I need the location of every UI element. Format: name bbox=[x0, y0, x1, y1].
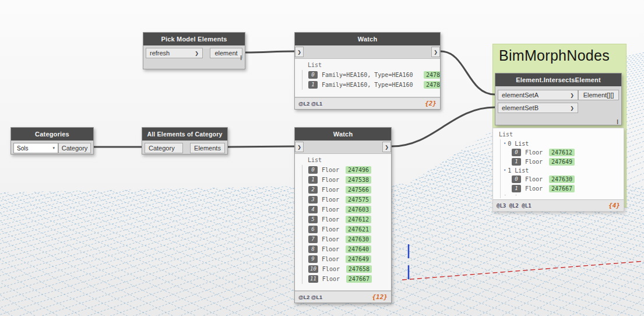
dropdown-value: Sols bbox=[17, 145, 28, 152]
row-text: Floor bbox=[525, 149, 545, 156]
index-badge: 7 bbox=[308, 236, 318, 243]
item-count: {2} bbox=[425, 100, 437, 107]
categories-dropdown[interactable]: Sols ▾ bbox=[13, 143, 58, 153]
row-text: Floor bbox=[322, 167, 342, 173]
collapse-triangle-icon[interactable]: ▾ bbox=[504, 141, 506, 146]
node-header[interactable]: Categories bbox=[11, 128, 93, 141]
input-port[interactable]: elementSetA ❯ bbox=[498, 90, 578, 100]
output-label: element bbox=[214, 50, 237, 57]
input-label: Category bbox=[149, 145, 175, 152]
row-text: Floor bbox=[322, 256, 342, 262]
element-id-badge: 2478 bbox=[424, 71, 440, 79]
output-port[interactable]: ❯ bbox=[382, 142, 391, 152]
item-count: {4} bbox=[608, 202, 620, 209]
watch-footer: @L2 @L1 {12} bbox=[295, 291, 391, 303]
collapse-triangle-icon[interactable]: ▾ bbox=[504, 168, 506, 173]
port-arrow-icon: ❯ bbox=[570, 106, 574, 111]
index-badge: 9 bbox=[308, 255, 318, 263]
node-watch-top[interactable]: Watch ❯ ❯ List 0 Family=HEA160, Type=HEA… bbox=[294, 32, 441, 110]
watch-row: 7 Floor 247630 bbox=[308, 234, 391, 244]
node-pick-model-elements[interactable]: Pick Model Elements refresh ❯ element ❙ bbox=[143, 32, 245, 69]
input-label: elementSetB bbox=[502, 104, 539, 111]
watch-row: 11 Floor 247667 bbox=[308, 274, 391, 284]
refresh-button[interactable]: refresh ❯ bbox=[146, 48, 203, 58]
element-id-badge: 2478 bbox=[424, 81, 440, 89]
row-text: Floor bbox=[322, 246, 342, 252]
category-input-port[interactable]: Category bbox=[145, 143, 183, 153]
row-text: Floor bbox=[322, 226, 342, 233]
tree-group-toggle[interactable]: ▾ 0 List bbox=[504, 139, 621, 148]
node-watch-bottom[interactable]: Watch ❯ ❯ List 0 Floor 247496 1 Floor bbox=[294, 127, 392, 303]
element-id-badge: 247603 bbox=[346, 206, 371, 213]
row-text: Floor bbox=[322, 266, 342, 272]
node-header[interactable]: Pick Model Elements bbox=[143, 33, 245, 45]
intersects-output-preview[interactable]: List ▾ 0 List 0 Floor 247612 bbox=[492, 128, 624, 212]
element-array-output-port[interactable]: Element[][] bbox=[578, 90, 619, 100]
dynamo-canvas[interactable]: BimMorphNodes Pick Model Elements refres… bbox=[0, 0, 644, 316]
list-label: List bbox=[499, 131, 621, 138]
node-header[interactable]: Watch bbox=[295, 128, 391, 141]
refresh-label: refresh bbox=[150, 50, 170, 57]
index-badge: 0 bbox=[308, 71, 318, 79]
row-text: Floor bbox=[322, 206, 342, 213]
element-id-badge: 247612 bbox=[346, 216, 371, 223]
node-header[interactable]: Watch bbox=[295, 33, 440, 45]
watch-row: 0 Family=HEA160, Type=HEA160 2478 bbox=[308, 70, 440, 80]
input-port[interactable]: elementSetB ❯ bbox=[498, 103, 578, 113]
watch-row: 4 Floor 247603 bbox=[308, 205, 391, 215]
index-badge: 1 bbox=[512, 185, 521, 192]
row-text: Floor bbox=[525, 185, 545, 192]
tree-group-1: ▾ 1 List 0 Floor 247630 bbox=[504, 166, 621, 193]
index-badge: 6 bbox=[308, 226, 318, 233]
elements-output-port[interactable]: Elements bbox=[190, 143, 225, 153]
element-id-badge: 247640 bbox=[346, 245, 371, 253]
preview-tree: ▾ 0 List 0 Floor 247612 bbox=[500, 139, 621, 198]
group-label: 1 List bbox=[508, 167, 529, 174]
tree-group-toggle[interactable]: ▾ 1 List bbox=[504, 166, 621, 174]
element-id-badge: 247538 bbox=[346, 176, 371, 184]
element-id-badge: 247667 bbox=[346, 275, 372, 283]
preview-row: 0 Floor 247612 bbox=[512, 148, 621, 157]
node-header[interactable]: All Elements of Category bbox=[142, 128, 227, 141]
input-port[interactable]: ❯ bbox=[295, 47, 304, 57]
watch-row: 2 Floor 247566 bbox=[308, 185, 391, 195]
watch-list[interactable]: List 0 Floor 247496 1 Floor 247538 bbox=[295, 153, 391, 291]
index-badge: 2 bbox=[308, 186, 318, 194]
index-badge: 0 bbox=[512, 149, 521, 156]
row-text: Floor bbox=[322, 236, 342, 243]
node-categories[interactable]: Categories Sols ▾ Category bbox=[10, 127, 94, 155]
node-handle-icon: ❙ bbox=[615, 119, 620, 124]
preview-footer: @L3 @L2 @L1 {4} bbox=[493, 199, 624, 211]
index-badge: 4 bbox=[308, 206, 318, 213]
element-id-badge: 247658 bbox=[346, 265, 372, 273]
preview-row: 1 Floor 247667 bbox=[512, 184, 621, 193]
row-text: Floor bbox=[322, 196, 342, 203]
element-id-badge: 247575 bbox=[346, 196, 371, 203]
element-id-badge: 247612 bbox=[549, 149, 575, 156]
port-arrow-icon: ❯ bbox=[195, 51, 199, 56]
output-port[interactable]: ❯ bbox=[431, 47, 440, 57]
watch-list[interactable]: List 0 Family=HEA160, Type=HEA160 2478 1… bbox=[295, 58, 440, 97]
node-all-elements-of-category[interactable]: All Elements of Category Category Elemen… bbox=[142, 127, 228, 155]
index-badge: 1 bbox=[512, 158, 521, 166]
row-text: Floor bbox=[525, 176, 545, 182]
row-text: Floor bbox=[322, 276, 342, 282]
tree-dots-icon: · · bbox=[504, 193, 621, 198]
levels-label: @L2 @L1 bbox=[298, 294, 322, 300]
input-port[interactable]: ❯ bbox=[295, 142, 304, 152]
index-badge: 11 bbox=[308, 275, 318, 283]
port-arrow-icon: ❯ bbox=[297, 50, 301, 55]
group-title[interactable]: BimMorphNodes bbox=[493, 44, 626, 64]
x-axis-line bbox=[402, 261, 644, 280]
category-output-port[interactable]: Category bbox=[58, 143, 91, 153]
node-header[interactable]: Element.IntersectsElement bbox=[495, 73, 621, 86]
tree-group-0: ▾ 0 List 0 Floor 247612 bbox=[504, 139, 621, 166]
list-label: List bbox=[308, 157, 391, 163]
watch-rows: 0 Floor 247496 1 Floor 247538 2 Floor 24… bbox=[302, 165, 391, 284]
element-id-badge: 247621 bbox=[346, 226, 371, 233]
node-element-intersects-element[interactable]: Element.IntersectsElement elementSetA ❯ … bbox=[495, 73, 622, 125]
element-id-badge: 247649 bbox=[346, 255, 371, 263]
element-id-badge: 247496 bbox=[346, 166, 371, 174]
watch-row: 8 Floor 247640 bbox=[308, 244, 391, 254]
element-output-port[interactable]: element bbox=[210, 48, 242, 58]
